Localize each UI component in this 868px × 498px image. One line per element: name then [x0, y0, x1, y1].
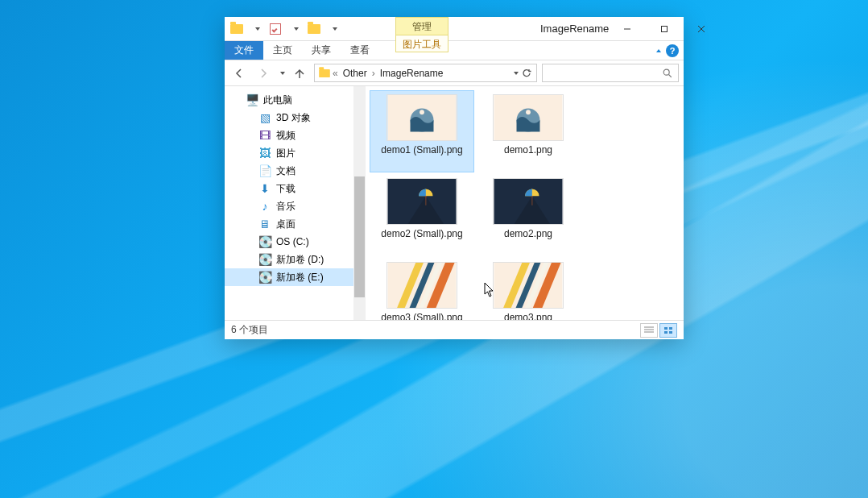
ribbon-collapse-icon[interactable]: [656, 49, 661, 52]
thumbnail: [386, 262, 457, 309]
svg-rect-9: [664, 327, 668, 330]
drive-icon: 💽: [258, 253, 271, 266]
maximize-button[interactable]: [646, 17, 683, 41]
titlebar: ImageRename: [225, 17, 684, 41]
file-item[interactable]: demo3 (Small).png: [370, 259, 473, 320]
breadcrumb-overflow[interactable]: «: [333, 68, 338, 79]
folder-icon[interactable]: [228, 20, 246, 38]
forward-button[interactable]: [254, 64, 273, 83]
refresh-icon[interactable]: [520, 67, 533, 80]
thumbnail: [493, 178, 564, 225]
tree-this-pc[interactable]: 🖥️ 此电脑: [225, 91, 366, 109]
tree-drive-c[interactable]: 💽 OS (C:): [225, 233, 366, 251]
up-button[interactable]: [290, 64, 309, 83]
svg-line-5: [669, 74, 672, 77]
explorer-window: 管理 图片工具 ImageRename: [225, 17, 684, 339]
file-name: demo1 (Small).png: [381, 144, 462, 156]
tree-scrollbar[interactable]: [353, 86, 366, 320]
navigation-tree[interactable]: 🖥️ 此电脑 ▧ 3D 对象 🎞 视频 🖼 图片 📄 文档 ⬇ 下载: [225, 86, 366, 320]
qat-dropdown-1[interactable]: [247, 20, 265, 38]
tab-view[interactable]: 查看: [341, 41, 379, 60]
minimize-button[interactable]: [609, 17, 646, 41]
drive-icon: 💽: [258, 235, 271, 248]
tab-file[interactable]: 文件: [225, 41, 263, 60]
address-bar[interactable]: « Other › ImageRename: [314, 64, 537, 82]
status-count: 6 个项目: [231, 323, 268, 337]
navigation-bar: « Other › ImageRename: [225, 60, 684, 86]
search-icon: [662, 68, 673, 79]
mouse-cursor: [484, 282, 495, 298]
breadcrumb-other[interactable]: Other: [340, 68, 370, 79]
tree-drive-d[interactable]: 💽 新加卷 (D:): [225, 251, 366, 268]
breadcrumb-imagerename[interactable]: ImageRename: [377, 68, 447, 79]
status-bar: 6 个项目: [225, 320, 684, 339]
tab-picture-tools[interactable]: 图片工具: [395, 35, 448, 52]
scrollbar-thumb[interactable]: [354, 176, 365, 297]
close-button[interactable]: [683, 17, 720, 41]
file-item[interactable]: demo1 (Small).png: [370, 91, 473, 172]
icons-view-button[interactable]: [659, 323, 677, 338]
tree-videos[interactable]: 🎞 视频: [225, 127, 366, 144]
chevron-right-icon[interactable]: ›: [372, 68, 375, 79]
music-icon: ♪: [258, 200, 271, 213]
contextual-tab-group: 管理 图片工具: [395, 17, 448, 59]
tab-share[interactable]: 共享: [302, 41, 341, 60]
thumbnail: [386, 94, 457, 141]
thumbnail: [493, 262, 564, 309]
svg-rect-1: [662, 27, 668, 32]
thumbnail: [386, 178, 457, 225]
file-item[interactable]: demo2 (Small).png: [370, 175, 473, 255]
file-list[interactable]: demo1 (Small).pngdemo1.pngdemo2 (Small).…: [366, 86, 684, 320]
folder-icon: [319, 68, 330, 77]
ribbon-tabs: 文件 主页 共享 查看 ?: [225, 41, 684, 60]
tree-documents[interactable]: 📄 文档: [225, 162, 366, 180]
tree-desktop[interactable]: 🖥 桌面: [225, 215, 366, 233]
view-toggle: [640, 323, 677, 338]
cube-icon: ▧: [258, 111, 271, 124]
tree-pictures[interactable]: 🖼 图片: [225, 144, 366, 162]
pc-icon: 🖥️: [246, 93, 258, 106]
history-dropdown[interactable]: [280, 72, 285, 75]
drive-icon: 💽: [258, 271, 271, 284]
manage-label: 管理: [395, 17, 448, 35]
file-name: demo3 (Small).png: [381, 312, 462, 320]
search-input[interactable]: [542, 64, 679, 82]
window-controls: [609, 17, 720, 40]
tab-home[interactable]: 主页: [263, 41, 302, 60]
file-item[interactable]: demo2.png: [477, 175, 580, 255]
window-title: ImageRename: [513, 17, 609, 40]
file-name: demo3.png: [504, 312, 552, 320]
file-name: demo2 (Small).png: [381, 228, 462, 239]
video-icon: 🎞: [258, 129, 271, 142]
picture-icon: 🖼: [258, 147, 271, 160]
document-icon: 📄: [258, 164, 271, 177]
file-name: demo2.png: [504, 228, 552, 239]
body-area: 🖥️ 此电脑 ▧ 3D 对象 🎞 视频 🖼 图片 📄 文档 ⬇ 下载: [225, 86, 684, 320]
svg-rect-11: [664, 331, 668, 334]
help-icon[interactable]: ?: [666, 44, 679, 57]
svg-point-4: [663, 69, 669, 75]
tree-3d-objects[interactable]: ▧ 3D 对象: [225, 109, 366, 127]
tree-music[interactable]: ♪ 音乐: [225, 197, 366, 215]
svg-rect-12: [669, 331, 672, 334]
tree-downloads[interactable]: ⬇ 下载: [225, 180, 366, 197]
details-view-button[interactable]: [640, 323, 658, 338]
desktop-icon: 🖥: [258, 218, 271, 230]
download-icon: ⬇: [258, 182, 271, 195]
svg-rect-10: [669, 327, 672, 330]
file-name: demo1.png: [504, 144, 552, 156]
address-dropdown[interactable]: [514, 72, 519, 75]
properties-icon[interactable]: [267, 20, 284, 38]
quick-access-toolbar: [225, 17, 342, 40]
back-button[interactable]: [229, 64, 249, 83]
new-folder-icon[interactable]: [305, 20, 323, 38]
thumbnail: [493, 94, 564, 141]
file-item[interactable]: demo1.png: [477, 91, 580, 172]
qat-customize[interactable]: [324, 20, 342, 38]
tree-drive-e[interactable]: 💽 新加卷 (E:): [225, 268, 366, 286]
qat-dropdown-2[interactable]: [286, 20, 304, 38]
